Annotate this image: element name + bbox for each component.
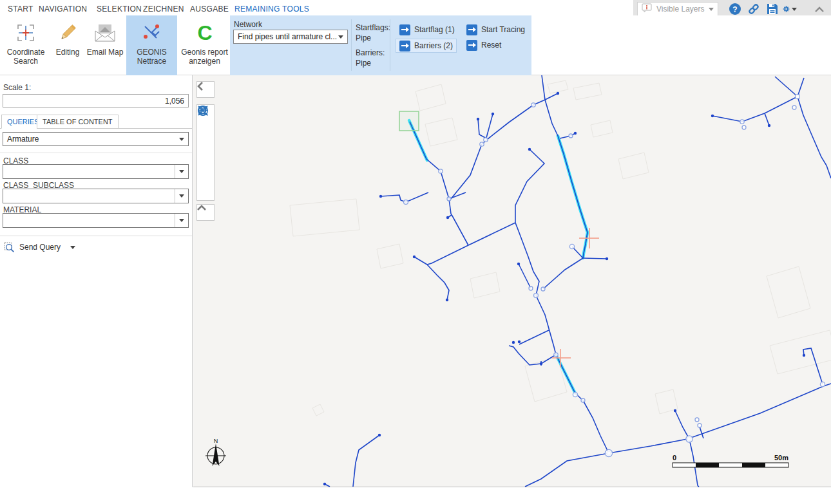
- svg-text:?: ?: [732, 5, 737, 14]
- start-tracing-button-label: Start Tracing: [481, 25, 525, 34]
- nettrace-icon: [141, 21, 163, 44]
- editing-button[interactable]: Editing: [52, 15, 84, 75]
- blue-arrow-icon: [466, 24, 477, 35]
- class-subclass-combobox[interactable]: [3, 189, 189, 203]
- divider: [0, 236, 192, 236]
- full-extent-button[interactable]: [198, 184, 213, 200]
- startflag-button[interactable]: Startflag (1): [396, 23, 458, 37]
- envelope-icon: [93, 21, 117, 44]
- map-graphics: N 0 50m: [193, 75, 831, 487]
- map-tool-panel: [196, 104, 215, 201]
- coordinate-search-button[interactable]: Coordinate Search: [5, 15, 46, 75]
- barriers-button[interactable]: Barriers (2): [396, 39, 457, 53]
- svg-text:0: 0: [673, 454, 676, 462]
- pipe-network-lines: [325, 75, 831, 487]
- blue-arrow-icon: [399, 24, 410, 35]
- pipe-node-circles: [404, 103, 825, 457]
- svg-text:50m: 50m: [774, 454, 788, 462]
- scale-input[interactable]: [3, 94, 189, 107]
- button-label: Geonis report anzeigen: [180, 48, 229, 66]
- blue-arrow-icon: [466, 40, 477, 51]
- visible-layers-dropdown[interactable]: Visible Layers: [637, 2, 718, 16]
- barriers-label: Barriers:: [356, 48, 385, 57]
- network-mode-value: Find pipes until armature cl...: [238, 32, 337, 41]
- pipe-node-square: [796, 95, 799, 98]
- save-button[interactable]: [765, 2, 779, 16]
- pencil-icon: [57, 21, 78, 44]
- tab-navigation[interactable]: NAVIGATION: [39, 5, 87, 14]
- barriers-value: Pipe: [356, 59, 371, 68]
- c-logo-icon: C: [195, 21, 215, 44]
- tab-zeichnen[interactable]: ZEICHNEN: [143, 5, 184, 14]
- left-sidebar: Scale 1: QUERIES TABLE OF CONTENT Armatu…: [0, 75, 193, 487]
- chevron-down-icon: [70, 246, 75, 249]
- button-label: Email Map: [87, 48, 124, 57]
- collapse-sidebar-button[interactable]: [196, 81, 215, 98]
- chevron-down-icon: [338, 35, 343, 39]
- geonis-nettrace-button[interactable]: GEONIS Nettrace: [126, 15, 177, 75]
- titlebar-icon-cluster: Visible Layers ?: [633, 0, 831, 17]
- crosshair-icon: [15, 21, 36, 44]
- barrier-cross-markers: [552, 228, 599, 368]
- startflag-button-label: Startflag (1): [414, 25, 455, 34]
- help-button[interactable]: ?: [728, 2, 742, 16]
- ribbon-toolbar: Coordinate Search Editing: [0, 15, 831, 75]
- material-combobox[interactable]: [3, 213, 189, 228]
- svg-text:C: C: [197, 22, 212, 44]
- compass-north-arrow: N: [205, 438, 226, 466]
- chevron-up-icon: [197, 205, 206, 211]
- tab-remaining-tools[interactable]: REMAINING TOOLS: [234, 5, 309, 14]
- chevron-down-icon: [179, 194, 184, 198]
- button-label: GEONIS Nettrace: [126, 48, 177, 66]
- divider: [0, 153, 192, 153]
- startflags-label: Startflags:: [356, 23, 390, 32]
- tab-ausgabe[interactable]: AUSGABE: [190, 5, 229, 14]
- full-extent-icon: [197, 105, 209, 117]
- chevron-down-icon: [179, 219, 184, 222]
- query-type-select[interactable]: Armature: [3, 132, 189, 146]
- chevron-down-icon: [179, 170, 184, 173]
- sidebar-tabs: QUERIES TABLE OF CONTENT: [0, 115, 193, 129]
- email-map-button[interactable]: Email Map: [86, 15, 124, 75]
- send-query-button[interactable]: Send Query: [4, 240, 75, 254]
- tab-table-of-content[interactable]: TABLE OF CONTENT: [37, 115, 119, 129]
- tab-start[interactable]: START: [8, 5, 33, 14]
- comment-bubble-icon: [642, 3, 653, 15]
- pipe-endpoint-dots: [323, 92, 805, 485]
- blue-arrow-icon: [399, 41, 410, 51]
- settings-gear-button[interactable]: [783, 2, 797, 16]
- barriers-button-label: Barriers (2): [414, 41, 453, 50]
- network-mode-select[interactable]: Find pipes until armature cl...: [233, 30, 348, 44]
- chevron-down-icon: [709, 8, 714, 11]
- zoom-out-button[interactable]: [198, 138, 213, 153]
- zoom-previous-button[interactable]: [198, 153, 213, 169]
- chevron-down-icon: [179, 138, 184, 141]
- visible-layers-label: Visible Layers: [656, 5, 705, 14]
- network-group-panel: Network Find pipes until armature cl... …: [230, 15, 531, 75]
- chevron-down-icon: [792, 8, 797, 11]
- start-tracing-button[interactable]: Start Tracing: [463, 23, 528, 37]
- map-scale-bar: 0 50m: [673, 454, 788, 467]
- button-label: Editing: [56, 48, 80, 57]
- group-divider: [390, 19, 390, 71]
- collapse-tools-button[interactable]: [196, 204, 215, 221]
- tab-selektion[interactable]: SELEKTION: [97, 5, 142, 14]
- query-type-value: Armature: [3, 135, 175, 144]
- startflag-box-marker: [399, 111, 419, 131]
- reset-button-label: Reset: [481, 41, 501, 50]
- network-group-label: Network: [234, 20, 262, 29]
- send-query-icon: [4, 242, 15, 253]
- geonis-report-button[interactable]: C Geonis report anzeigen: [180, 15, 229, 75]
- map-canvas[interactable]: N 0 50m: [193, 75, 831, 487]
- zoom-in-button[interactable]: [198, 122, 213, 138]
- class-combobox[interactable]: [3, 164, 189, 179]
- startflags-value: Pipe: [356, 33, 371, 42]
- collapse-ribbon-button[interactable]: [812, 2, 826, 16]
- svg-text:N: N: [214, 438, 218, 444]
- send-query-label: Send Query: [19, 243, 61, 252]
- zoom-next-button[interactable]: [198, 169, 213, 184]
- link-button[interactable]: [747, 2, 761, 16]
- group-divider: [351, 19, 352, 71]
- geonis-web-app: START NAVIGATION SELEKTION ZEICHNEN AUSG…: [0, 0, 831, 504]
- reset-button[interactable]: Reset: [463, 38, 504, 52]
